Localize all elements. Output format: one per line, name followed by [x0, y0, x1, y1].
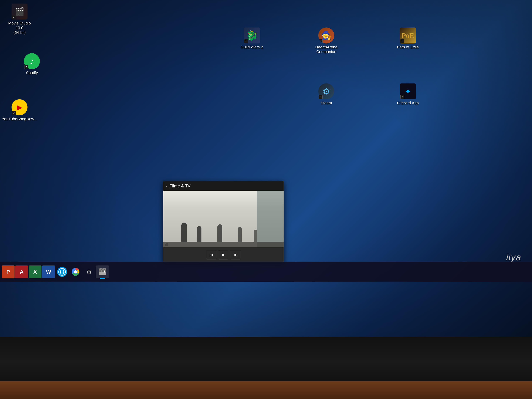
icon-label-movie-studio: Movie Studio 13.0 (64-bit): [5, 21, 34, 35]
shortcut-arrow-yt: ↗: [12, 111, 16, 115]
powerpoint-letter: P: [6, 269, 10, 275]
media-popup-titlebar: ▪ Filme & TV: [163, 181, 284, 191]
shortcut-arrow-steam: ↗: [319, 95, 323, 99]
shortcut-arrow-movie-studio: ↗: [12, 15, 16, 19]
taskbar-icon-cortana[interactable]: [56, 266, 69, 278]
clapperboard-icon: [98, 268, 107, 276]
excel-letter: X: [33, 269, 37, 275]
desktop-icon-hearth-arena[interactable]: 🧙 ↗ HearthArena Companion: [312, 27, 341, 54]
desktop-icon-movie-studio[interactable]: 🎬 ↗ Movie Studio 13.0 (64-bit): [5, 4, 34, 35]
taskbar-icon-excel[interactable]: X: [29, 266, 42, 278]
taskbar-icon-powerpoint[interactable]: P: [2, 266, 14, 278]
shortcut-arrow-gw2: ↗: [244, 39, 248, 43]
icon-label-hearth-arena: HearthArena Companion: [315, 45, 337, 54]
person-silhouette-1: [181, 222, 187, 242]
media-controls-bar: ⏮ ▶ ⏭: [163, 247, 284, 262]
media-popup-title-text: Filme & TV: [170, 184, 190, 189]
play-pause-button[interactable]: ▶: [219, 250, 228, 260]
desktop-icon-guild-wars-2[interactable]: 🐉 ↗ Guild Wars 2: [238, 27, 266, 50]
desktop-vignette: [0, 0, 532, 337]
taskbar-icon-films-tv[interactable]: [96, 266, 109, 278]
word-letter: W: [46, 269, 51, 275]
settings-gear-icon: ⚙: [86, 268, 92, 276]
video-overlay-controls: ⬛: [163, 242, 284, 247]
desktop-icon-path-of-exile[interactable]: PoE ↗ Path of Exile: [394, 27, 422, 50]
video-overlay-icon: ⬛: [165, 243, 168, 246]
taskbar-icon-access[interactable]: A: [15, 266, 28, 278]
svg-point-5: [74, 270, 77, 273]
prev-track-button[interactable]: ⏮: [207, 250, 216, 260]
chrome-icon: [71, 267, 80, 277]
shortcut-arrow-spotify: ↗: [24, 65, 28, 69]
shortcut-arrow-poe: ↗: [400, 39, 404, 43]
person-silhouette-4: [238, 227, 242, 242]
taskbar: P A X W: [0, 262, 532, 282]
films-tv-icon: [98, 268, 107, 276]
monitor-brand: iiya: [506, 252, 521, 262]
shortcut-arrow-hearth: ↗: [319, 39, 323, 43]
person-silhouette-3: [217, 224, 222, 242]
taskbar-icon-chrome[interactable]: [69, 266, 82, 278]
next-track-button[interactable]: ⏭: [231, 250, 240, 260]
shortcut-arrow-blizzard: ↗: [400, 95, 404, 99]
taskbar-icon-settings[interactable]: ⚙: [83, 266, 95, 278]
icon-label-blizzard-app: Blizzard App: [397, 101, 419, 105]
cortana-icon: [57, 267, 67, 277]
desktop-icon-youtube-downloader[interactable]: ▶ ↗ YouTubeSongDow...: [5, 99, 34, 121]
access-letter: A: [20, 269, 24, 275]
table-surface: [0, 381, 532, 399]
taskbar-icon-word[interactable]: W: [42, 266, 55, 278]
chrome-svg-icon: [71, 268, 80, 276]
icon-label-guild-wars-2: Guild Wars 2: [241, 45, 263, 50]
monitor-screen: 🎬 ↗ Movie Studio 13.0 (64-bit) ♪ ↗ Spoti…: [0, 0, 532, 337]
desktop-icon-blizzard-app[interactable]: ✦ ↗ Blizzard App: [394, 83, 422, 105]
desktop-icon-steam[interactable]: ⚙ ↗ Steam: [312, 83, 341, 105]
media-preview-area: ⬛: [163, 191, 284, 247]
desktop-icon-spotify[interactable]: ♪ ↗ Spotify: [18, 53, 46, 75]
media-player-popup: ▪ Filme & TV ⬛ ⏮ ▶ ⏭: [163, 181, 284, 262]
icon-label-spotify: Spotify: [26, 70, 38, 75]
foreground-person: [257, 191, 284, 247]
person-silhouette-2: [197, 226, 202, 242]
icon-label-steam: Steam: [321, 101, 332, 105]
film-icon: ▪: [166, 184, 167, 188]
person-silhouette-5: [253, 230, 257, 242]
cortana-globe-icon: [58, 268, 66, 276]
icon-label-path-of-exile: Path of Exile: [397, 45, 419, 50]
icon-label-youtube-downloader: YouTubeSongDow...: [2, 117, 37, 121]
